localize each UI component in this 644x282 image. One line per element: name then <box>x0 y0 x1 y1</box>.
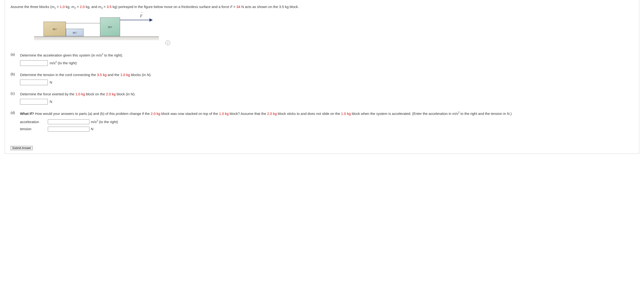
part-b: (b) Determine the tension in the cord co… <box>10 72 634 85</box>
part-a-answer-row: m/s2 (to the right) <box>20 60 634 66</box>
force-label-text: F <box>140 14 142 18</box>
part-b-answer-row: N <box>20 80 634 85</box>
part-a-unit: m/s2 (to the right) <box>50 60 77 66</box>
force-label: F <box>140 14 142 18</box>
block-m1: m1 <box>44 22 66 36</box>
ground-surface <box>34 36 159 40</box>
problem-statement: Assume the three blocks (m1 = 1.0 kg, m2… <box>10 4 634 10</box>
m2-value: 2.0 <box>80 5 85 9</box>
stmt-eq1: = <box>56 5 60 9</box>
block-m3: m3 <box>100 18 120 36</box>
info-icon[interactable]: i <box>166 40 170 45</box>
part-c: (c) Determine the force exerted by the 1… <box>10 91 634 104</box>
m3-sub: 3 <box>111 26 112 28</box>
tension-label: tension <box>20 126 48 132</box>
stmt-Feq: = <box>232 5 236 9</box>
part-b-input[interactable] <box>20 80 48 85</box>
part-c-label: (c) <box>10 91 20 95</box>
m2-label: m <box>73 30 75 34</box>
m3-label: m <box>108 25 111 29</box>
cord <box>66 23 100 23</box>
m1-value: 1.0 <box>60 5 65 9</box>
part-a-label: (a) <box>10 52 20 56</box>
part-d-inputs: acceleration m/s2 (to the right) tension… <box>20 119 634 132</box>
figure: m1 m2 m3 F i <box>34 13 175 46</box>
part-d: (d) What If? How would your answers to p… <box>10 111 634 133</box>
part-d-label: (d) <box>10 111 20 115</box>
force-vector-arrow-icon <box>150 18 153 22</box>
what-if-label: What If? <box>20 112 34 116</box>
var-F: F <box>230 5 232 9</box>
stmt-sep1: kg, <box>65 5 71 9</box>
part-c-unit: N <box>50 99 52 104</box>
m1-label: m <box>53 27 55 31</box>
stmt-mid: kg) portrayed in the figure below move o… <box>112 5 230 9</box>
acceleration-unit: m/s2 (to the right) <box>91 119 118 125</box>
stmt-eq3: = <box>103 5 107 9</box>
part-a-text: Determine the acceleration given this sy… <box>20 53 123 57</box>
F-value: 34 <box>236 5 240 9</box>
part-c-input[interactable] <box>20 99 48 104</box>
var-m1: m <box>51 5 54 9</box>
part-b-unit: N <box>50 80 52 85</box>
question-container: Assume the three blocks (m1 = 1.0 kg, m2… <box>5 0 639 154</box>
var-m2: m <box>71 5 74 9</box>
stmt-suffix: N acts as shown on the 3.5 kg block. <box>240 5 299 9</box>
submit-answer-button[interactable]: Submit Answer <box>10 146 33 150</box>
stmt-and: kg, and <box>85 5 98 9</box>
part-d-text: What If? How would your answers to parts… <box>20 112 512 116</box>
stmt-eq2: = <box>76 5 80 9</box>
m1-sub: 1 <box>56 28 57 30</box>
var-m3: m <box>98 5 101 9</box>
block-m2: m2 <box>66 29 84 36</box>
part-b-label: (b) <box>10 72 20 76</box>
part-c-answer-row: N <box>20 99 634 104</box>
tension-unit: N <box>91 126 94 132</box>
m3-value: 3.5 <box>107 5 112 9</box>
force-vector-line <box>120 20 151 20</box>
part-d-acceleration-input[interactable] <box>48 119 90 124</box>
part-a: (a) Determine the acceleration given thi… <box>10 52 634 66</box>
acceleration-label: acceleration <box>20 119 48 125</box>
stmt-text: Assume the three blocks ( <box>10 5 51 9</box>
part-c-text: Determine the force exerted by the 1.0 k… <box>20 92 135 96</box>
part-a-input[interactable] <box>20 60 48 66</box>
part-d-tension-input[interactable] <box>48 127 90 132</box>
m2-sub: 2 <box>76 31 77 34</box>
part-b-text: Determine the tension in the cord connec… <box>20 73 152 77</box>
